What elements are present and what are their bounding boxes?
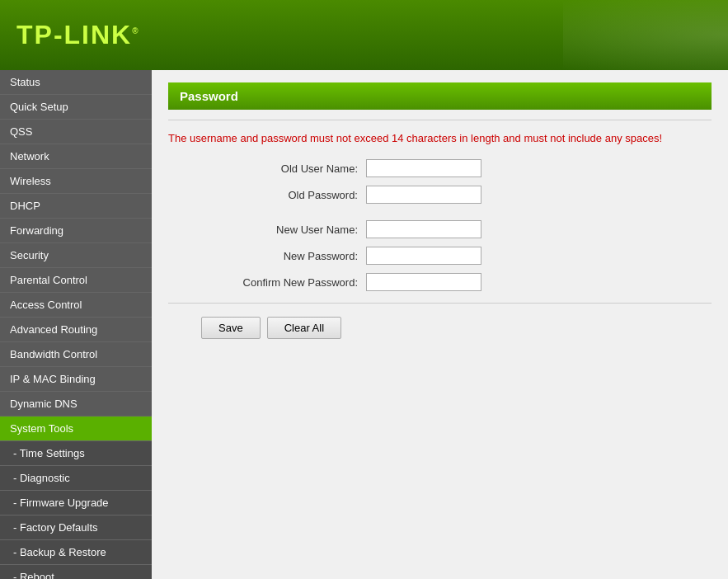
header: TP-LINK® [0,0,728,70]
new-password-label: New Password: [201,250,366,262]
old-user-name-label: Old User Name: [201,162,366,175]
main-content: Password The username and password must … [152,70,728,579]
sidebar-item-network[interactable]: Network [0,144,152,169]
sidebar-item-time-settings[interactable]: - Time Settings [0,441,152,466]
old-password-input[interactable] [366,186,481,204]
sidebar-item-backup-restore[interactable]: - Backup & Restore [0,540,152,565]
sidebar-item-ip-mac-binding[interactable]: IP & MAC Binding [0,367,152,392]
sidebar: Status Quick Setup QSS Network Wireless … [0,70,152,579]
new-password-input[interactable] [366,247,481,265]
sidebar-item-qss[interactable]: QSS [0,120,152,144]
sidebar-item-factory-defaults[interactable]: - Factory Defaults [0,515,152,540]
password-form: Old User Name: Old Password: New User Na… [201,159,712,291]
logo: TP-LINK® [16,20,140,50]
logo-text: TP-LINK [16,20,132,49]
old-user-name-input[interactable] [366,159,481,177]
bottom-divider [168,303,712,304]
save-button[interactable]: Save [201,317,261,339]
warning-text: The username and password must not excee… [168,132,712,144]
top-divider [168,120,712,120]
sidebar-item-advanced-routing[interactable]: Advanced Routing [0,318,152,342]
new-password-row: New Password: [201,247,712,265]
sidebar-item-status[interactable]: Status [0,70,152,95]
new-user-name-label: New User Name: [201,224,366,236]
sidebar-item-dhcp[interactable]: DHCP [0,194,152,219]
sidebar-item-bandwidth-control[interactable]: Bandwidth Control [0,342,152,367]
sidebar-item-wireless[interactable]: Wireless [0,169,152,194]
page-title-bar: Password [168,82,712,110]
sidebar-item-dynamic-dns[interactable]: Dynamic DNS [0,392,152,417]
sidebar-item-system-tools[interactable]: System Tools [0,417,152,441]
sidebar-item-security[interactable]: Security [0,243,152,268]
sidebar-item-diagnostic[interactable]: - Diagnostic [0,466,152,491]
old-user-name-row: Old User Name: [201,159,712,177]
old-password-label: Old Password: [201,189,366,201]
page-title: Password [180,89,238,103]
new-user-name-row: New User Name: [201,220,712,238]
old-password-row: Old Password: [201,186,712,204]
confirm-new-password-label: Confirm New Password: [201,276,366,289]
sidebar-item-parental-control[interactable]: Parental Control [0,268,152,293]
button-row: Save Clear All [201,317,712,339]
sidebar-item-firmware-upgrade[interactable]: - Firmware Upgrade [0,491,152,515]
clear-all-button[interactable]: Clear All [267,317,341,339]
sidebar-item-forwarding[interactable]: Forwarding [0,219,152,243]
sidebar-item-quick-setup[interactable]: Quick Setup [0,95,152,120]
confirm-new-password-input[interactable] [366,273,481,291]
logo-tm: ® [132,26,139,35]
new-user-name-input[interactable] [366,220,481,238]
confirm-new-password-row: Confirm New Password: [201,273,712,291]
sidebar-item-access-control[interactable]: Access Control [0,293,152,318]
sidebar-item-reboot[interactable]: - Reboot [0,565,152,579]
